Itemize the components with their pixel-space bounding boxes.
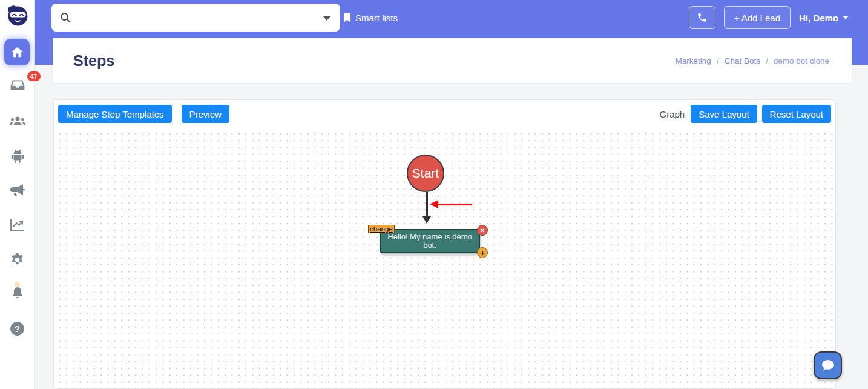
help-icon: ? xyxy=(10,321,25,336)
toolbar-right-group: Graph Save Layout Reset Layout xyxy=(660,105,832,123)
sidebar-item-inbox[interactable]: 47 xyxy=(0,73,35,99)
message-step-node[interactable]: Hello! My name is demo bot. xyxy=(380,229,480,253)
sidebar-item-notifications[interactable] xyxy=(0,281,35,307)
chat-bubble-icon xyxy=(820,358,836,373)
android-icon xyxy=(10,148,25,164)
breadcrumb-separator: / xyxy=(717,56,719,65)
add-step-button[interactable]: + xyxy=(477,247,488,258)
notification-dot xyxy=(15,282,20,287)
app-logo[interactable] xyxy=(4,2,31,30)
sidebar-item-help[interactable]: ? xyxy=(0,315,35,342)
users-icon xyxy=(9,113,26,129)
manage-step-templates-button[interactable]: Manage Step Templates xyxy=(58,105,172,123)
start-node[interactable]: Start xyxy=(407,155,444,192)
sidebar: 47 xyxy=(0,0,35,389)
ninja-logo-icon xyxy=(4,2,31,30)
page-title: Steps xyxy=(73,52,114,70)
gear-icon xyxy=(10,252,25,267)
user-menu[interactable]: Hi, Demo xyxy=(799,13,849,23)
inbox-badge: 47 xyxy=(27,71,41,81)
annotation-arrow-shaft xyxy=(438,204,472,205)
breadcrumb: Marketing / Chat Bots / demo bot clone xyxy=(676,56,829,65)
change-step-link[interactable]: change xyxy=(368,225,395,233)
preview-button[interactable]: Preview xyxy=(182,105,229,123)
search-input[interactable] xyxy=(78,4,308,32)
chart-icon xyxy=(10,218,25,232)
smart-lists-label: Smart lists xyxy=(355,13,398,23)
app-window: 47 xyxy=(0,0,868,389)
bookmark-icon xyxy=(343,13,351,23)
reset-layout-button[interactable]: Reset Layout xyxy=(762,105,831,123)
phone-button[interactable] xyxy=(689,6,715,29)
connector-line xyxy=(426,192,428,216)
breadcrumb-separator: / xyxy=(766,56,768,65)
breadcrumb-marketing[interactable]: Marketing xyxy=(676,56,711,65)
toolbar-left-group: Manage Step Templates Preview xyxy=(58,105,229,123)
graph-mode-label: Graph xyxy=(660,109,685,119)
annotation-arrow-icon xyxy=(430,200,472,208)
sidebar-item-settings[interactable] xyxy=(0,246,35,273)
header-actions: + Add Lead Hi, Demo xyxy=(689,6,849,29)
search-icon xyxy=(59,12,71,24)
page-header-card: Steps Marketing / Chat Bots / demo bot c… xyxy=(53,38,852,83)
add-lead-button[interactable]: + Add Lead xyxy=(724,6,791,29)
phone-icon xyxy=(697,12,708,23)
inbox-icon xyxy=(10,77,25,93)
breadcrumb-current: demo bot clone xyxy=(774,56,829,65)
home-icon xyxy=(10,45,24,59)
svg-text:?: ? xyxy=(15,324,20,333)
user-menu-label: Hi, Demo xyxy=(799,13,838,23)
chat-widget-button[interactable] xyxy=(814,351,842,379)
canvas-toolbar: Manage Step Templates Preview Graph Save… xyxy=(54,100,835,128)
search-box[interactable] xyxy=(51,4,340,32)
search-dropdown-caret-icon[interactable] xyxy=(323,16,330,21)
save-layout-button[interactable]: Save Layout xyxy=(691,105,757,123)
sidebar-item-home[interactable] xyxy=(4,39,30,65)
sidebar-item-contacts[interactable] xyxy=(0,108,35,135)
megaphone-icon xyxy=(10,183,25,198)
graph-editor-card: Manage Step Templates Preview Graph Save… xyxy=(53,99,836,389)
sidebar-item-bots[interactable] xyxy=(0,142,35,169)
sidebar-item-marketing[interactable] xyxy=(0,177,35,204)
user-menu-caret-icon xyxy=(843,16,849,19)
connector-arrowhead-icon xyxy=(422,216,431,224)
annotation-arrowhead xyxy=(430,200,438,208)
bell-icon xyxy=(10,285,25,301)
bot-flow-canvas[interactable]: Start Hello! My name is demo bot. change… xyxy=(54,128,835,389)
sidebar-item-reports[interactable] xyxy=(0,211,35,238)
breadcrumb-chat-bots[interactable]: Chat Bots xyxy=(725,56,760,65)
smart-lists-button[interactable]: Smart lists xyxy=(343,0,398,35)
delete-step-button[interactable]: ✕ xyxy=(477,225,488,236)
